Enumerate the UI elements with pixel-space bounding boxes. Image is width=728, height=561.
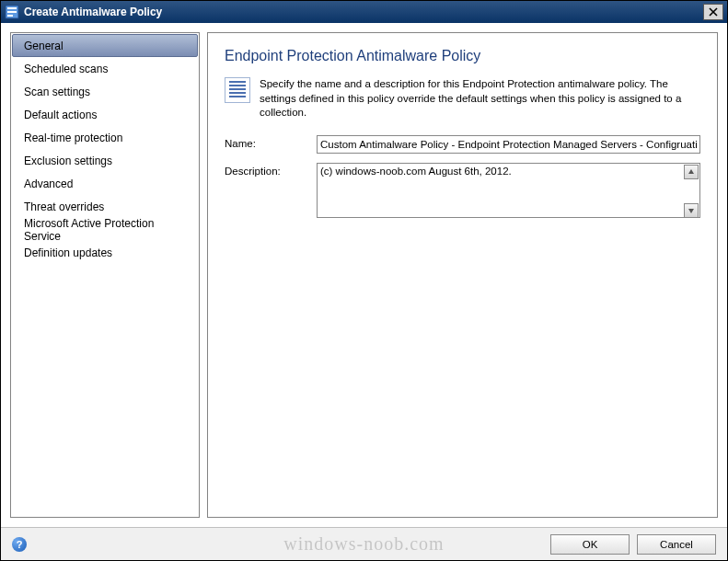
nav-label: Definition updates (24, 246, 112, 259)
nav-label: Exclusion settings (24, 155, 112, 167)
name-input[interactable] (317, 135, 700, 154)
nav-item-definition-updates[interactable]: Definition updates (12, 241, 198, 264)
nav-item-scheduled-scans[interactable]: Scheduled scans (12, 57, 198, 80)
panel-heading: Endpoint Protection Antimalware Policy (225, 48, 700, 64)
svg-marker-7 (688, 209, 694, 213)
description-input[interactable] (317, 163, 700, 218)
chevron-up-icon (688, 168, 695, 176)
nav-label: General (24, 40, 64, 52)
scroll-down-button[interactable] (684, 203, 699, 218)
scroll-up-button[interactable] (684, 165, 699, 179)
sidebar-nav: General Scheduled scans Scan settings De… (10, 32, 200, 518)
main-panel: Endpoint Protection Antimalware Policy S… (207, 32, 718, 518)
svg-rect-3 (7, 15, 13, 17)
nav-item-maps[interactable]: Microsoft Active Protection Service (12, 218, 198, 241)
document-icon (225, 77, 250, 103)
nav-item-realtime-protection[interactable]: Real-time protection (12, 126, 198, 149)
close-button[interactable] (703, 4, 723, 20)
app-icon (5, 5, 19, 19)
nav-label: Scheduled scans (24, 63, 108, 75)
help-button[interactable]: ? (12, 537, 27, 552)
panel-description: Specify the name and a description for t… (260, 77, 700, 120)
nav-item-advanced[interactable]: Advanced (12, 172, 198, 195)
question-icon: ? (17, 539, 23, 550)
nav-item-general[interactable]: General (12, 34, 198, 57)
description-row: Specify the name and a description for t… (225, 77, 700, 120)
svg-marker-6 (688, 169, 694, 174)
nav-label: Microsoft Active Protection Service (24, 217, 186, 243)
nav-label: Scan settings (24, 86, 90, 98)
ok-button[interactable]: OK (550, 534, 630, 555)
nav-item-default-actions[interactable]: Default actions (12, 103, 198, 126)
nav-label: Real-time protection (24, 132, 122, 144)
name-label: Name: (225, 135, 317, 149)
name-row: Name: (225, 135, 700, 154)
description-form-row: Description: (225, 163, 700, 222)
nav-label: Advanced (24, 177, 73, 190)
footer: ? OK Cancel (1, 527, 727, 560)
nav-item-exclusion-settings[interactable]: Exclusion settings (12, 149, 198, 172)
titlebar: Create Antimalware Policy (1, 1, 727, 23)
cancel-button[interactable]: Cancel (637, 534, 716, 555)
nav-label: Default actions (24, 109, 97, 121)
window-title: Create Antimalware Policy (24, 6, 703, 18)
chevron-down-icon (688, 207, 695, 214)
svg-rect-1 (7, 7, 17, 9)
nav-item-threat-overrides[interactable]: Threat overrides (12, 195, 198, 218)
content-area: General Scheduled scans Scan settings De… (1, 23, 727, 527)
close-icon (709, 7, 718, 17)
nav-label: Threat overrides (24, 200, 104, 213)
svg-rect-2 (7, 11, 17, 13)
description-label: Description: (225, 163, 317, 177)
nav-item-scan-settings[interactable]: Scan settings (12, 80, 198, 103)
